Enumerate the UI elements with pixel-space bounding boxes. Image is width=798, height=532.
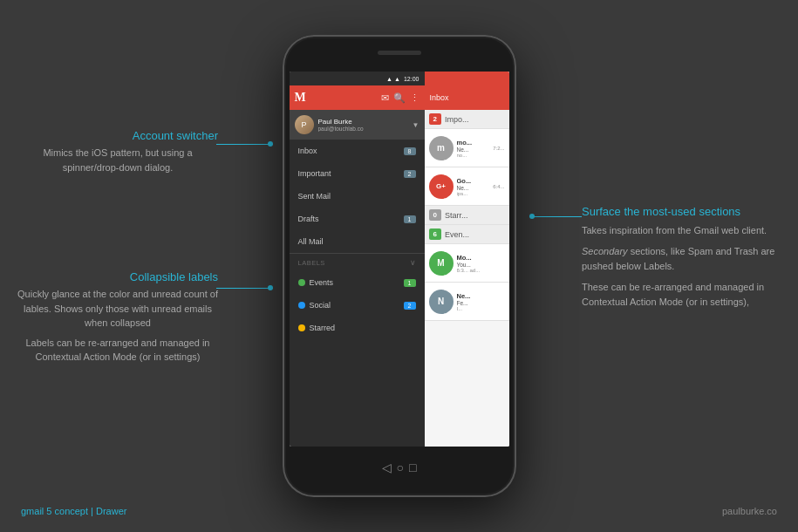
surface-desc3: These can be re-arranged and managed in … bbox=[582, 280, 782, 310]
collapsible-labels-desc2: Labels can be re-arranged and managed in… bbox=[17, 336, 218, 365]
nav-drafts-label: Drafts bbox=[298, 215, 404, 223]
nav-important-badge: 2 bbox=[404, 170, 416, 178]
phone-container: ▲ ▲ 12:00 M ✉ 🔍 ⋮ bbox=[283, 35, 516, 497]
signal-icon: ▲ bbox=[394, 76, 400, 82]
email-content-3: Mo... You... 6:3... ad... bbox=[457, 254, 505, 273]
annotation-labels: Collapsible labels Quickly glance at the… bbox=[17, 270, 218, 365]
labels-header[interactable]: LABELS ∨ bbox=[290, 254, 425, 271]
email-time-1: 7:2... bbox=[493, 146, 504, 151]
label-item-starred[interactable]: Starred bbox=[290, 317, 425, 339]
email-subject-1: Ne... bbox=[457, 147, 490, 153]
email-avatar-1: m bbox=[429, 136, 454, 160]
drawer-panel: ▲ ▲ 12:00 M ✉ 🔍 ⋮ bbox=[290, 72, 425, 447]
social-dot bbox=[298, 302, 305, 309]
nav-inbox-badge: 8 bbox=[404, 147, 416, 155]
account-row[interactable]: P Paul Burke paul@touchlab.co ▼ bbox=[290, 110, 425, 140]
email-sender-4: Ne... bbox=[457, 292, 505, 300]
more-icon[interactable]: ⋮ bbox=[410, 92, 419, 104]
email-item-3[interactable]: M Mo... You... 6:3... ad... bbox=[425, 244, 509, 283]
email-item-4[interactable]: N Ne... Fe... I... bbox=[425, 283, 509, 321]
email-preview-2: ips... bbox=[457, 191, 490, 196]
nav-inbox-label: Inbox bbox=[298, 147, 404, 155]
email-content-4: Ne... Fe... I... bbox=[457, 292, 505, 311]
status-icons: ▲ ▲ 12:00 bbox=[386, 76, 419, 82]
events-section-badge: 6 bbox=[429, 228, 441, 240]
email-preview-4: I... bbox=[457, 306, 505, 311]
surface-desc2: Secondary sections, like Spam and Trash … bbox=[582, 244, 782, 275]
annotation-surface: Surface the most-used sections Takes ins… bbox=[582, 205, 782, 316]
nav-item-sentmail[interactable]: Sent Mail bbox=[290, 185, 425, 208]
footer-left-text: gmail 5 concept | bbox=[21, 506, 96, 516]
email-content-1: mo... Ne... no... bbox=[457, 139, 490, 158]
email-sender-1: mo... bbox=[457, 139, 490, 147]
label-item-events[interactable]: Events 1 bbox=[290, 271, 425, 294]
nav-item-allmail[interactable]: All Mail bbox=[290, 230, 425, 253]
phone-screen: ▲ ▲ 12:00 M ✉ 🔍 ⋮ bbox=[290, 72, 509, 447]
gmail-logo: M bbox=[295, 91, 306, 105]
important-badge: 2 bbox=[429, 113, 441, 125]
account-email: paul@touchlab.co bbox=[318, 126, 408, 132]
email-subject-2: Ne... bbox=[457, 185, 490, 191]
starred-section-label: Starr... bbox=[445, 211, 468, 220]
account-switcher-line bbox=[216, 144, 273, 145]
nav-items: Inbox 8 Important 2 Sent Mail Drafts 1 bbox=[290, 140, 425, 447]
home-button[interactable]: ○ bbox=[397, 460, 404, 474]
gmail-toolbar: M ✉ 🔍 ⋮ bbox=[290, 85, 425, 110]
avatar-image: P bbox=[295, 115, 314, 134]
labels-collapse-icon: ∨ bbox=[410, 258, 416, 267]
email-avatar-2: G+ bbox=[429, 174, 454, 199]
recents-button[interactable]: □ bbox=[409, 460, 416, 474]
phone-frame: ▲ ▲ 12:00 M ✉ 🔍 ⋮ bbox=[283, 35, 516, 497]
events-section-row: 6 Even... bbox=[425, 225, 509, 244]
events-section-label: Even... bbox=[445, 230, 469, 239]
events-dot bbox=[298, 279, 305, 286]
email-subject-3: You... bbox=[457, 262, 505, 268]
email-avatar-4: N bbox=[429, 290, 454, 314]
compose-icon[interactable]: ✉ bbox=[381, 92, 389, 104]
account-name: Paul Burke bbox=[318, 118, 408, 126]
surface-desc1: Takes inspiration from the Gmail web cli… bbox=[582, 223, 782, 239]
important-section-label: Impo... bbox=[445, 115, 469, 124]
email-preview-1: no... bbox=[457, 153, 490, 158]
email-subject-4: Fe... bbox=[457, 300, 505, 306]
email-sender-3: Mo... bbox=[457, 254, 505, 262]
email-time-2: 6:4... bbox=[493, 184, 504, 189]
account-switcher-label: Account switcher bbox=[17, 129, 218, 142]
nav-item-drafts[interactable]: Drafts 1 bbox=[290, 208, 425, 230]
account-info: Paul Burke paul@touchlab.co bbox=[318, 118, 408, 132]
social-badge: 2 bbox=[404, 302, 416, 310]
surface-label: Surface the most-used sections bbox=[582, 205, 782, 218]
nav-item-important[interactable]: Important 2 bbox=[290, 162, 425, 185]
email-meta-1: 7:2... bbox=[493, 146, 504, 151]
label-item-social[interactable]: Social 2 bbox=[290, 294, 425, 317]
footer-left: gmail 5 concept | Drawer bbox=[21, 506, 126, 516]
status-bar: ▲ ▲ 12:00 bbox=[290, 72, 425, 85]
wifi-icon: ▲ bbox=[386, 76, 392, 82]
nav-allmail-label: All Mail bbox=[298, 237, 416, 246]
inbox-panel: Inbox 2 Impo... m mo... Ne... no... bbox=[425, 72, 509, 447]
collapsible-labels-desc1: Quickly glance at the color and unread c… bbox=[17, 287, 218, 331]
account-switcher-desc: Mimics the iOS pattern, but using a spin… bbox=[17, 146, 218, 174]
email-item-2[interactable]: G+ Go... Ne... ips... 6:4... bbox=[425, 167, 509, 206]
nav-item-inbox[interactable]: Inbox 8 bbox=[290, 140, 425, 162]
dropdown-arrow-icon: ▼ bbox=[413, 121, 419, 129]
toolbar-icons: ✉ 🔍 ⋮ bbox=[381, 92, 419, 104]
email-avatar-3: M bbox=[429, 251, 454, 276]
important-section-row: 2 Impo... bbox=[425, 110, 509, 129]
time-display: 12:00 bbox=[404, 76, 419, 82]
footer-left-highlight: Drawer bbox=[96, 506, 126, 516]
inbox-status-bar bbox=[425, 72, 509, 85]
phone-home-area: ◁ ○ □ bbox=[380, 448, 419, 487]
nav-drafts-badge: 1 bbox=[404, 215, 416, 223]
email-sender-2: Go... bbox=[457, 177, 490, 185]
email-item-1[interactable]: m mo... Ne... no... 7:2... bbox=[425, 129, 509, 167]
starred-dot bbox=[298, 324, 305, 331]
collapsible-labels-label: Collapsible labels bbox=[17, 270, 218, 283]
nav-sentmail-label: Sent Mail bbox=[298, 192, 416, 201]
phone-speaker bbox=[378, 51, 421, 55]
inbox-toolbar: Inbox bbox=[425, 85, 509, 110]
search-icon[interactable]: 🔍 bbox=[393, 92, 406, 104]
email-meta-2: 6:4... bbox=[493, 184, 504, 189]
back-button[interactable]: ◁ bbox=[382, 460, 392, 474]
labels-title: LABELS bbox=[298, 259, 410, 267]
